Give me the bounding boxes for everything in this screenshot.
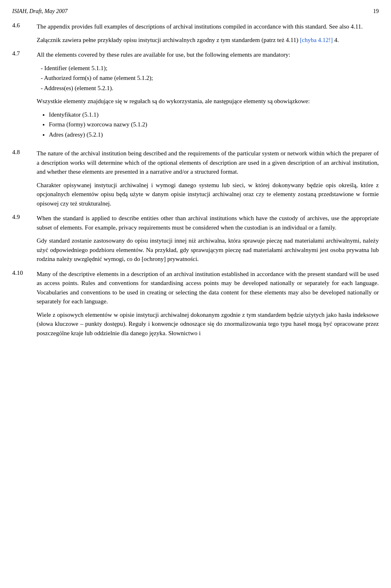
section-4-6-en: The appendix provides full examples of d… <box>37 22 379 31</box>
section-num-4-7: 4.7 <box>12 50 37 143</box>
section-4-6: 4.6 The appendix provides full examples … <box>12 22 379 44</box>
section-content-4-6: The appendix provides full examples of d… <box>37 22 379 44</box>
section-num-4-10: 4.10 <box>12 270 37 338</box>
section-4-7-pl-intro: Wszystkie elementy znajdujące się w regu… <box>37 97 379 106</box>
section-4-9: 4.9 When the standard is applied to desc… <box>12 214 379 264</box>
section-4-7-bullet-list: Identyfikator (5.1.1) Forma (formy) wzor… <box>49 110 379 139</box>
header-title: ISIAH, Draft, May 2007 <box>12 8 68 15</box>
section-num-4-9: 4.9 <box>12 214 37 264</box>
bullet-item-3: Adres (adresy) (5.2.1) <box>49 130 379 139</box>
page-number: 19 <box>373 8 379 15</box>
section-4-10: 4.10 Many of the descriptive elements in… <box>12 270 379 338</box>
section-4-8: 4.8 The nature of the archival instituti… <box>12 149 379 208</box>
bullet-item-2: Forma (formy) wzorcowa nazwy (5.1.2) <box>49 120 379 129</box>
section-4-9-pl: Gdy standard zostanie zastosowany do opi… <box>37 236 379 264</box>
dash-item-1: - Identifier (element 5.1.1); <box>41 64 379 73</box>
section-4-8-pl: Charakter opisywanej instytucji archiwal… <box>37 181 379 208</box>
section-4-6-pl: Załącznik zawiera pełne przykłady opisu … <box>37 35 379 45</box>
chyba-link: [chyba 4.12!] <box>300 37 333 43</box>
section-4-9-en: When the standard is applied to describe… <box>37 214 379 232</box>
section-4-10-pl: Wiele z opisowych elementów w opisie ins… <box>37 310 379 338</box>
section-num-4-6: 4.6 <box>12 22 37 44</box>
bullet-item-1: Identyfikator (5.1.1) <box>49 110 379 119</box>
dash-item-2: - Authorized form(s) of name (element 5.… <box>41 73 379 83</box>
section-4-8-en: The nature of the archival institution b… <box>37 149 379 177</box>
section-num-4-8: 4.8 <box>12 149 37 208</box>
dash-item-3: - Address(es) (element 5.2.1). <box>41 84 379 93</box>
section-content-4-9: When the standard is applied to describe… <box>37 214 379 264</box>
section-4-7: 4.7 All the elements covered by these ru… <box>12 50 379 143</box>
section-4-7-dash-list: - Identifier (element 5.1.1); - Authoriz… <box>41 64 379 93</box>
section-4-7-en-intro: All the elements covered by these rules … <box>37 50 379 60</box>
section-content-4-7: All the elements covered by these rules … <box>37 50 379 143</box>
page-header: ISIAH, Draft, May 2007 19 <box>12 8 379 15</box>
section-4-10-en: Many of the descriptive elements in a de… <box>37 270 379 306</box>
section-content-4-8: The nature of the archival institution b… <box>37 149 379 208</box>
section-content-4-10: Many of the descriptive elements in a de… <box>37 270 379 338</box>
